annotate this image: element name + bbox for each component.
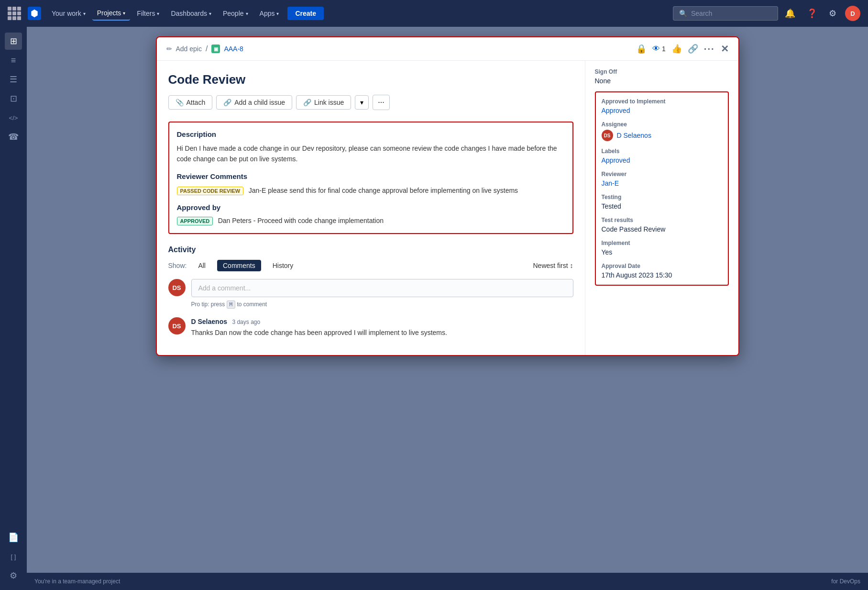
description-title: Description [177, 130, 565, 138]
more-button[interactable]: ··· [373, 95, 389, 110]
bottom-left-text: You're in a team-managed project [34, 578, 120, 585]
description-text: Hi Den I have made a code change in our … [177, 143, 565, 165]
sidebar-layers-icon[interactable]: ≡ [5, 52, 22, 69]
add-child-issue-button[interactable]: 🔗 Add a child issue [216, 95, 292, 110]
nav-people[interactable]: People ▾ [218, 7, 253, 20]
logo[interactable] [28, 7, 41, 20]
approval-date-value: 17th August 2023 15:30 [602, 271, 722, 279]
left-sidebar: ⊞ ≡ ☰ ⊡ </> ☎ 📄 [ ] ⚙ [0, 27, 27, 590]
watch-button[interactable]: 👁 1 [652, 45, 666, 53]
chevron-down-icon: ▾ [83, 11, 86, 16]
activity-section: Activity Show: All Comments History Newe… [168, 245, 573, 338]
bottom-right-text: for DevOps [831, 578, 860, 585]
add-epic-link[interactable]: Add epic [176, 45, 202, 53]
search-icon: 🔍 [679, 10, 687, 17]
nav-filters[interactable]: Filters ▾ [132, 7, 164, 20]
nav-projects[interactable]: Projects ▾ [92, 6, 131, 21]
filter-history-button[interactable]: History [267, 260, 299, 271]
reviewer-comments-title: Reviewer Comments [177, 172, 565, 180]
pencil-icon: ✏ [166, 45, 172, 53]
approved-to-implement-value[interactable]: Approved [602, 107, 722, 114]
attach-button[interactable]: 📎 Attach [168, 95, 213, 110]
filter-all-button[interactable]: All [192, 260, 211, 271]
settings-icon[interactable]: ⚙ [824, 5, 841, 22]
nav-dashboards[interactable]: Dashboards ▾ [166, 7, 216, 20]
lock-icon[interactable]: 🔒 [636, 44, 647, 54]
nav-apps[interactable]: Apps ▾ [255, 7, 284, 20]
activity-filter-row: Show: All Comments History Newest first … [168, 260, 573, 271]
reviewer-value[interactable]: Jan-E [602, 179, 722, 187]
help-icon[interactable]: ❓ [802, 5, 822, 22]
description-section: Description Hi Den I have made a code ch… [168, 122, 573, 234]
assignee-name[interactable]: D Selaenos [617, 132, 651, 139]
attach-icon: 📎 [176, 99, 184, 106]
comment-input-row: DS Add a comment... [168, 279, 573, 297]
notifications-icon[interactable]: 🔔 [780, 5, 800, 22]
sidebar-apps-icon[interactable]: ⊞ [5, 33, 22, 50]
testing-label: Testing [602, 194, 722, 200]
header-actions: 🔒 👁 1 👍 🔗 ··· ✕ [636, 43, 728, 55]
commenter-avatar: DS [168, 317, 186, 334]
issue-type-icon: ▣ [211, 45, 220, 53]
sign-off-value: None [595, 77, 729, 85]
activity-title: Activity [168, 245, 573, 254]
create-button[interactable]: Create [287, 7, 324, 20]
eye-icon: 👁 [652, 45, 660, 53]
left-panel: Code Review 📎 Attach 🔗 Add a child issue… [157, 61, 585, 355]
sidebar-settings-icon[interactable]: ⚙ [5, 567, 22, 584]
nav-your-work[interactable]: Your work ▾ [47, 7, 90, 20]
approved-to-implement-label: Approved to Implement [602, 98, 722, 105]
keyboard-shortcut-m: M [227, 301, 236, 309]
reviewer-label: Reviewer [602, 171, 722, 178]
reviewer-comments-section: Reviewer Comments PASSED CODE REVIEW Jan… [177, 172, 565, 196]
filter-comments-button[interactable]: Comments [217, 260, 261, 271]
sidebar-phone-icon[interactable]: ☎ [5, 128, 22, 145]
assignee-row: DS D Selaenos [602, 130, 722, 141]
approved-badge: APPROVED [177, 217, 213, 225]
assignee-avatar: DS [602, 130, 613, 141]
sidebar-page-icon[interactable]: 📄 [5, 529, 22, 546]
grid-menu-icon[interactable] [8, 7, 21, 20]
issue-modal: ✏ Add epic / ▣ AAA-8 🔒 👁 1 👍 🔗 ··· ✕ [156, 36, 739, 356]
comment-item: DS D Selaenos 3 days ago Thanks Dan now … [168, 317, 573, 338]
sidebar-grid-icon[interactable]: ⊡ [5, 90, 22, 107]
assignee-label: Assignee [602, 121, 722, 128]
comment-time: 3 days ago [232, 319, 260, 325]
sidebar-bracket-icon[interactable]: [ ] [5, 548, 22, 565]
chevron-down-icon: ▾ [157, 11, 159, 16]
chevron-down-icon: ▾ [209, 11, 211, 16]
test-results-label: Test results [602, 217, 722, 223]
test-results-value: Code Passed Review [602, 225, 722, 233]
test-results-field: Test results Code Passed Review [602, 217, 722, 233]
labels-label: Labels [602, 148, 722, 155]
implement-value: Yes [602, 248, 722, 256]
current-user-avatar: DS [168, 279, 186, 296]
sidebar-list-icon[interactable]: ☰ [5, 71, 22, 88]
link-icon: 🔗 [303, 99, 311, 106]
close-button[interactable]: ✕ [721, 43, 729, 55]
issue-id-link[interactable]: AAA-8 [224, 45, 243, 53]
user-avatar[interactable]: D [845, 6, 860, 21]
modal-body: Code Review 📎 Attach 🔗 Add a child issue… [157, 61, 738, 355]
comment-text: Thanks Dan now the code change has been … [191, 328, 573, 338]
approval-date-label: Approval Date [602, 263, 722, 269]
link-issue-button[interactable]: 🔗 Link issue [296, 95, 351, 110]
like-button[interactable]: 👍 [671, 44, 682, 54]
search-bar[interactable]: 🔍 Search [673, 6, 778, 21]
modal-header: ✏ Add epic / ▣ AAA-8 🔒 👁 1 👍 🔗 ··· ✕ [157, 37, 738, 61]
testing-value: Tested [602, 202, 722, 210]
sort-button[interactable]: Newest first ↕ [533, 262, 573, 269]
labels-value[interactable]: Approved [602, 156, 722, 164]
sign-off-label: Sign Off [595, 68, 729, 75]
chevron-down-icon: ▾ [276, 11, 279, 16]
comment-author: D Selaenos [191, 318, 227, 325]
dropdown-button[interactable]: ▾ [355, 95, 369, 110]
bottom-bar: You're in a team-managed project for Dev… [27, 573, 868, 590]
share-button[interactable]: 🔗 [688, 44, 698, 54]
sidebar-code-icon[interactable]: </> [5, 109, 22, 126]
assignee-field: Assignee DS D Selaenos [602, 121, 722, 141]
more-options-button[interactable]: ··· [704, 44, 715, 55]
reviewer-field: Reviewer Jan-E [602, 171, 722, 187]
comment-input[interactable]: Add a comment... [191, 279, 573, 297]
approved-by-section: Approved by APPROVED Dan Peters - Procee… [177, 203, 565, 225]
